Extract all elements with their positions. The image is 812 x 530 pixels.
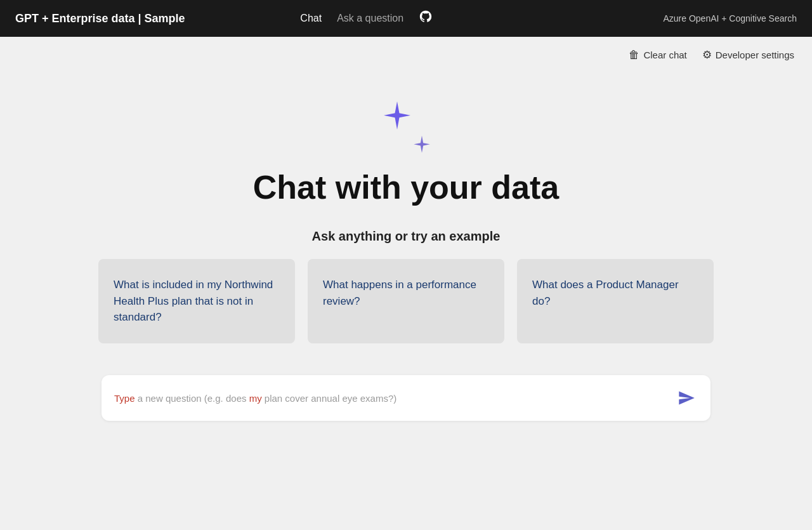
clear-chat-button[interactable]: 🗑 Clear chat [629,49,686,62]
example-card-3-text: What does a Product Manager do? [532,277,698,309]
navbar: GPT + Enterprise data | Sample Chat Ask … [0,0,812,37]
chat-input-wrapper: Type a new question (e.g. does my plan c… [114,392,675,403]
sparkle-large-icon [379,98,415,134]
example-cards-row: What is included in my Northwind Health … [83,259,729,343]
toolbar: 🗑 Clear chat ⚙ Developer settings [0,37,812,73]
github-icon[interactable] [419,10,433,27]
sparkle-small-icon [411,134,433,156]
example-card-2-text: What happens in a performance review? [323,277,489,309]
azure-label: Azure OpenAI + Cognitive Search [663,13,797,23]
example-card-1[interactable]: What is included in my Northwind Health … [98,259,295,343]
main-content: Chat with your data Ask anything or try … [0,73,812,530]
developer-settings-label: Developer settings [716,50,794,60]
nav-links: Chat Ask a question [300,10,433,27]
chat-input-container: Type a new question (e.g. does my plan c… [102,375,710,421]
sparkle-icon-container [374,98,438,156]
main-title: Chat with your data [253,168,559,206]
nav-chat[interactable]: Chat [300,13,322,24]
trash-icon: 🗑 [629,49,639,62]
clear-chat-label: Clear chat [643,50,686,60]
send-icon [678,389,695,407]
nav-ask-question[interactable]: Ask a question [337,13,403,24]
example-card-3[interactable]: What does a Product Manager do? [517,259,714,343]
chat-input[interactable] [114,392,675,403]
developer-settings-button[interactable]: ⚙ Developer settings [702,48,794,62]
app-brand: GPT + Enterprise data | Sample [15,12,185,25]
gear-icon: ⚙ [702,48,712,62]
subtitle: Ask anything or try an example [312,229,501,244]
send-button[interactable] [675,387,698,409]
example-card-2[interactable]: What happens in a performance review? [308,259,504,343]
example-card-1-text: What is included in my Northwind Health … [114,277,280,326]
